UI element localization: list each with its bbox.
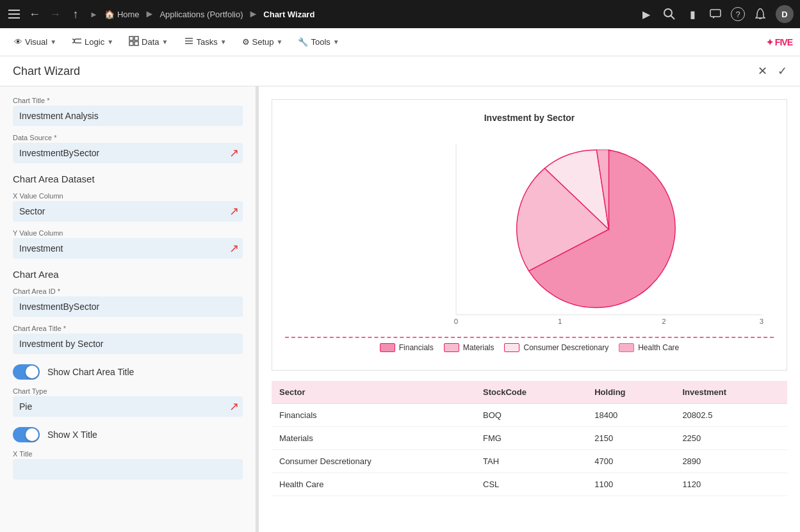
show-chart-area-title-row: Show Chart Area Title [13, 364, 243, 380]
data-source-field: Data Source * ↗ [13, 134, 243, 163]
chart-type-input[interactable] [13, 396, 243, 417]
cell-investment-4: 1120 [674, 473, 787, 496]
cell-holding-3: 4700 [587, 450, 674, 473]
nav-visual[interactable]: 👁 Visual ▼ [8, 33, 63, 51]
show-x-title-toggle[interactable] [13, 427, 40, 442]
svg-rect-0 [8, 10, 20, 11]
play-icon[interactable]: ▶ [639, 6, 654, 22]
table-header: Sector StockCode Holding Investment [272, 381, 787, 404]
chart-area-id-input[interactable] [13, 296, 243, 317]
show-x-title-row: Show X Title [13, 427, 243, 442]
y-value-dropdown-btn[interactable]: ↗ [229, 243, 239, 254]
y-value-column-label: Y Value Column [13, 229, 243, 237]
secondary-nav-items: 👁 Visual ▼ Logic ▼ Data ▼ Tasks ▼ ⚙ [8, 32, 346, 52]
wizard-header-actions: ✕ ✓ [758, 64, 787, 78]
legend-materials-color [444, 343, 459, 352]
top-navigation: ← → ↑ ► 🏠 Home ► Applications (Portfolio… [0, 0, 800, 28]
legend-healthcare-label: Health Care [638, 343, 679, 352]
nav-data-label: Data [142, 37, 159, 47]
legend-financials-label: Financials [399, 343, 434, 352]
cell-holding-4: 1100 [587, 473, 674, 496]
confirm-button[interactable]: ✓ [778, 64, 787, 78]
nav-data[interactable]: Data ▼ [122, 32, 174, 52]
svg-rect-9 [129, 42, 133, 45]
data-source-red-arrow: ↗ [229, 147, 239, 159]
chart-area-title-wrapper [13, 334, 243, 354]
chart-type-dropdown-btn[interactable]: ↗ [229, 401, 239, 412]
chart-area-dataset-label: Chart Area Dataset [13, 173, 243, 184]
notifications-icon[interactable] [753, 6, 768, 22]
top-nav-right: ▶ ▮ ? D [639, 5, 794, 23]
search-nav-icon[interactable] [662, 6, 677, 22]
data-source-input[interactable] [13, 143, 243, 163]
legend-consumer-color [504, 343, 519, 352]
nav-tasks[interactable]: Tasks ▼ [177, 33, 233, 51]
tools-arrow: ▼ [333, 38, 339, 45]
svg-rect-7 [129, 36, 133, 40]
x-value-column-label: X Value Column [13, 192, 243, 200]
table-row: Financials BOQ 18400 20802.5 [272, 404, 787, 427]
legend-materials: Materials [444, 343, 494, 352]
breadcrumb-portfolio[interactable]: Applications (Portfolio) [159, 10, 243, 19]
svg-rect-5 [710, 10, 721, 17]
wizard-title: Chart Wizard [13, 65, 80, 78]
chart-title-field: Chart Title * [13, 97, 243, 126]
y-value-column-input[interactable] [13, 238, 243, 259]
help-icon[interactable]: ? [731, 7, 745, 21]
cell-stockcode-4: CSL [475, 473, 587, 496]
svg-text:2: 2 [662, 318, 665, 325]
x-value-column-field: X Value Column ↗ [13, 192, 243, 222]
table-row: Materials FMG 2150 2250 [272, 427, 787, 450]
nav-setup[interactable]: ⚙ Setup ▼ [236, 33, 290, 51]
chart-container: Investment by Sector [272, 99, 787, 371]
tasks-icon [183, 36, 193, 47]
user-avatar[interactable]: D [776, 5, 794, 23]
x-value-dropdown-btn[interactable]: ↗ [229, 206, 239, 217]
breadcrumb-home[interactable]: 🏠 Home [104, 10, 140, 19]
cell-stockcode-2: FMG [475, 427, 587, 450]
home-label: Home [117, 10, 140, 19]
show-chart-area-title-toggle[interactable] [13, 364, 40, 380]
cell-stockcode-1: BOQ [475, 404, 587, 427]
svg-rect-10 [135, 42, 138, 45]
setup-icon: ⚙ [242, 37, 250, 47]
wizard-body: Chart Title * Data Source * ↗ Chart Area… [0, 86, 800, 532]
hamburger-menu-icon[interactable] [6, 6, 22, 22]
wizard-header: Chart Wizard ✕ ✓ [0, 56, 800, 86]
legend-consumer-label: Consumer Descretionary [523, 343, 608, 352]
up-icon[interactable]: ↑ [68, 6, 83, 22]
breadcrumb-separator-1: ► [145, 8, 155, 20]
chart-title-input[interactable] [13, 106, 243, 126]
cell-investment-3: 2890 [674, 450, 787, 473]
svg-rect-1 [8, 13, 20, 15]
breadcrumb-current: Chart Wizard [263, 10, 314, 19]
logic-icon [72, 36, 82, 47]
secondary-navigation: 👁 Visual ▼ Logic ▼ Data ▼ Tasks ▼ ⚙ [0, 28, 800, 56]
nav-logic[interactable]: Logic ▼ [65, 33, 120, 51]
setup-arrow: ▼ [277, 38, 283, 45]
back-icon[interactable]: ← [27, 6, 42, 22]
col-sector: Sector [272, 381, 475, 404]
chat-icon[interactable] [708, 6, 723, 22]
data-source-dropdown-btn[interactable]: ↗ [229, 147, 239, 159]
close-button[interactable]: ✕ [758, 64, 767, 78]
x-value-column-input[interactable] [13, 201, 243, 222]
cell-sector-2: Materials [272, 427, 475, 450]
forward-icon[interactable]: → [47, 6, 63, 22]
svg-text:1: 1 [558, 318, 562, 325]
stop-icon[interactable]: ▮ [685, 6, 700, 22]
col-investment: Investment [674, 381, 787, 404]
chart-display-title: Investment by Sector [285, 113, 774, 123]
x-title-field: X Title [13, 450, 243, 480]
nav-tools[interactable]: 🔧 Tools ▼ [291, 33, 345, 51]
visual-icon: 👁 [14, 37, 22, 47]
data-arrow: ▼ [162, 38, 168, 45]
top-nav-left: ← → ↑ ► 🏠 Home ► Applications (Portfolio… [6, 6, 633, 22]
visual-arrow: ▼ [50, 38, 56, 45]
x-title-input[interactable] [13, 459, 243, 480]
legend-consumer: Consumer Descretionary [504, 343, 608, 352]
y-value-red-arrow: ↗ [229, 243, 239, 254]
chart-area-title-input[interactable] [13, 334, 243, 354]
table-row: Consumer Descretionary TAH 4700 2890 [272, 450, 787, 473]
left-panel: Chart Title * Data Source * ↗ Chart Area… [0, 86, 256, 532]
